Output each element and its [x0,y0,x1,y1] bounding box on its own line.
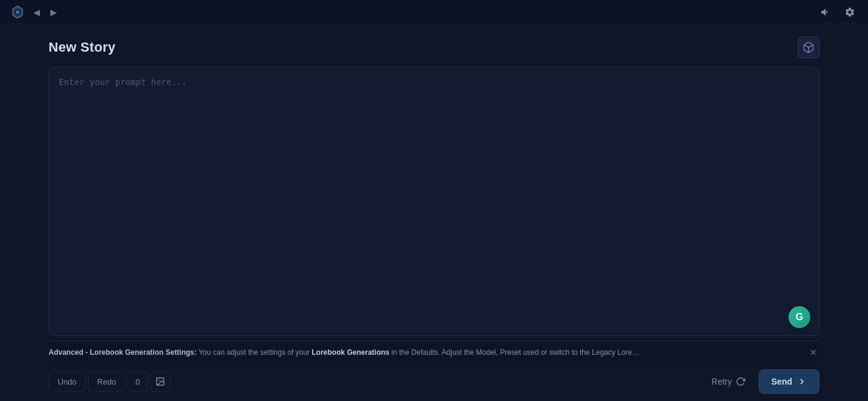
nav-forward-icon[interactable]: ▶ [47,6,59,18]
sound-icon[interactable] [817,4,834,21]
info-banner: Advanced - Lorebook Generation Settings:… [49,341,819,363]
page-title: New Story [49,39,115,55]
retry-button[interactable]: Retry [703,371,753,392]
send-label: Send [771,377,792,386]
nav-right [817,4,858,21]
info-banner-text: Advanced - Lorebook Generation Settings:… [49,348,804,358]
nav-left: ◀ ▶ [10,4,59,20]
avatar[interactable]: G [788,306,810,328]
image-button[interactable] [150,371,171,392]
send-button[interactable]: Send [759,369,819,394]
cube-button[interactable] [798,36,819,58]
info-highlight: Lorebook Generations [312,348,390,357]
svg-point-2 [16,10,19,13]
toolbar-left: Undo Redo 0 [49,371,171,392]
bottom-toolbar: Undo Redo 0 Retry Send [49,363,819,401]
info-bold-label: Advanced - Lorebook Generation Settings: [49,348,197,357]
nav-back-icon[interactable]: ◀ [30,6,42,18]
toolbar-right: Retry Send [703,369,819,394]
redo-button[interactable]: Redo [88,371,125,392]
info-close-button[interactable]: ✕ [807,346,819,358]
info-text-2: in the Defaults. Adjust the Model, Prese… [390,348,640,357]
top-nav: ◀ ▶ [0,0,868,24]
retry-label: Retry [711,377,731,386]
main-content: New Story G Advanced - Lorebook Generati… [0,24,868,401]
count-badge: 0 [127,371,147,392]
settings-icon[interactable] [841,4,858,21]
info-text-1: You can adjust the settings of your [197,348,311,357]
prompt-input[interactable] [49,67,819,336]
page-title-row: New Story [49,36,819,58]
app-logo[interactable] [10,4,25,20]
undo-button[interactable]: Undo [49,371,86,392]
svg-point-5 [158,380,160,381]
